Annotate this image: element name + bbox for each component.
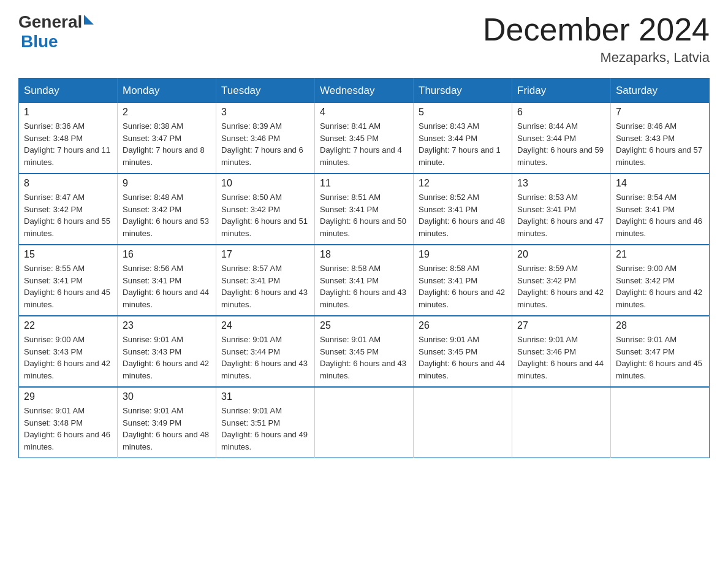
sunrise-label: Sunrise: 8:48 AM [123,193,183,202]
daylight-label: Daylight: 7 hours and 6 minutes. [221,145,303,167]
sunrise-label: Sunrise: 9:00 AM [24,335,85,344]
month-title: December 2024 [483,12,710,47]
sunrise-label: Sunrise: 8:54 AM [616,193,677,202]
sunrise-label: Sunrise: 8:55 AM [24,264,85,273]
daylight-label: Daylight: 6 hours and 55 minutes. [24,216,110,238]
sunrise-label: Sunrise: 8:43 AM [419,121,479,131]
sunrise-label: Sunrise: 9:01 AM [221,335,282,344]
calendar-week-row: 15 Sunrise: 8:55 AM Sunset: 3:41 PM Dayl… [19,245,710,316]
sunset-label: Sunset: 3:44 PM [517,134,576,143]
sunset-label: Sunset: 3:51 PM [221,418,280,427]
logo: General Blue [18,12,94,52]
sunset-label: Sunset: 3:42 PM [221,205,280,214]
calendar-week-row: 22 Sunrise: 9:00 AM Sunset: 3:43 PM Dayl… [19,316,710,387]
day-number: 7 [616,107,704,118]
sunset-label: Sunset: 3:41 PM [419,276,477,285]
daylight-label: Daylight: 6 hours and 50 minutes. [320,216,406,238]
table-row: 10 Sunrise: 8:50 AM Sunset: 3:42 PM Dayl… [216,174,315,245]
day-info: Sunrise: 8:52 AM Sunset: 3:41 PM Dayligh… [419,191,507,239]
day-info: Sunrise: 8:50 AM Sunset: 3:42 PM Dayligh… [221,191,309,239]
day-info: Sunrise: 9:01 AM Sunset: 3:43 PM Dayligh… [123,334,211,381]
daylight-label: Daylight: 6 hours and 43 minutes. [221,359,308,380]
col-sunday: Sunday [19,79,118,104]
day-info: Sunrise: 8:47 AM Sunset: 3:42 PM Dayligh… [24,191,112,239]
sunset-label: Sunset: 3:41 PM [123,276,181,285]
sunrise-label: Sunrise: 9:01 AM [221,406,282,415]
sunset-label: Sunset: 3:43 PM [24,347,83,356]
day-info: Sunrise: 8:57 AM Sunset: 3:41 PM Dayligh… [221,262,309,310]
sunset-label: Sunset: 3:41 PM [221,276,280,285]
sunset-label: Sunset: 3:41 PM [320,205,379,214]
sunset-label: Sunset: 3:44 PM [419,134,477,143]
day-info: Sunrise: 9:01 AM Sunset: 3:46 PM Dayligh… [517,334,605,381]
table-row: 29 Sunrise: 9:01 AM Sunset: 3:48 PM Dayl… [19,387,118,458]
day-number: 16 [123,249,211,260]
sunset-label: Sunset: 3:41 PM [616,205,675,214]
sunrise-label: Sunrise: 8:59 AM [517,264,578,273]
logo-blue-text: Blue [21,32,58,51]
sunrise-label: Sunrise: 9:01 AM [419,335,479,344]
day-info: Sunrise: 8:51 AM Sunset: 3:41 PM Dayligh… [320,191,408,239]
day-info: Sunrise: 8:54 AM Sunset: 3:41 PM Dayligh… [616,191,704,239]
sunset-label: Sunset: 3:46 PM [517,347,576,356]
sunrise-label: Sunrise: 8:52 AM [419,193,479,202]
table-row: 5 Sunrise: 8:43 AM Sunset: 3:44 PM Dayli… [414,103,512,174]
daylight-label: Daylight: 6 hours and 42 minutes. [517,288,604,309]
daylight-label: Daylight: 6 hours and 57 minutes. [616,145,702,167]
table-row: 8 Sunrise: 8:47 AM Sunset: 3:42 PM Dayli… [19,174,118,245]
day-info: Sunrise: 8:39 AM Sunset: 3:46 PM Dayligh… [221,120,309,168]
table-row [414,387,512,458]
daylight-label: Daylight: 6 hours and 43 minutes. [320,288,406,309]
day-info: Sunrise: 9:01 AM Sunset: 3:48 PM Dayligh… [24,405,112,453]
sunset-label: Sunset: 3:41 PM [419,205,477,214]
daylight-label: Daylight: 6 hours and 51 minutes. [221,216,308,238]
day-info: Sunrise: 8:44 AM Sunset: 3:44 PM Dayligh… [517,120,605,168]
daylight-label: Daylight: 6 hours and 45 minutes. [616,359,702,380]
day-info: Sunrise: 8:59 AM Sunset: 3:42 PM Dayligh… [517,262,605,310]
day-info: Sunrise: 8:41 AM Sunset: 3:45 PM Dayligh… [320,120,408,168]
sunrise-label: Sunrise: 8:47 AM [24,193,85,202]
daylight-label: Daylight: 6 hours and 45 minutes. [24,288,110,309]
table-row: 6 Sunrise: 8:44 AM Sunset: 3:44 PM Dayli… [512,103,611,174]
daylight-label: Daylight: 6 hours and 42 minutes. [616,288,702,309]
table-row: 21 Sunrise: 9:00 AM Sunset: 3:42 PM Dayl… [611,245,710,316]
day-number: 27 [517,320,605,331]
sunrise-label: Sunrise: 8:56 AM [123,264,183,273]
day-info: Sunrise: 9:00 AM Sunset: 3:43 PM Dayligh… [24,334,112,381]
table-row: 1 Sunrise: 8:36 AM Sunset: 3:48 PM Dayli… [19,103,118,174]
col-tuesday: Tuesday [216,79,315,104]
table-row: 14 Sunrise: 8:54 AM Sunset: 3:41 PM Dayl… [611,174,710,245]
sunrise-label: Sunrise: 9:00 AM [616,264,677,273]
sunrise-label: Sunrise: 9:01 AM [24,406,85,415]
day-number: 4 [320,107,408,118]
day-number: 19 [419,249,507,260]
day-number: 17 [221,249,309,260]
sunset-label: Sunset: 3:46 PM [221,134,280,143]
day-info: Sunrise: 8:38 AM Sunset: 3:47 PM Dayligh… [123,120,211,168]
day-number: 18 [320,249,408,260]
day-info: Sunrise: 9:00 AM Sunset: 3:42 PM Dayligh… [616,262,704,310]
calendar-week-row: 8 Sunrise: 8:47 AM Sunset: 3:42 PM Dayli… [19,174,710,245]
day-number: 24 [221,320,309,331]
sunset-label: Sunset: 3:45 PM [320,347,379,356]
sunset-label: Sunset: 3:43 PM [616,134,675,143]
sunset-label: Sunset: 3:48 PM [24,134,83,143]
day-number: 13 [517,178,605,189]
title-area: December 2024 Mezaparks, Latvia [483,12,710,66]
daylight-label: Daylight: 7 hours and 1 minute. [419,145,501,167]
day-number: 10 [221,178,309,189]
day-info: Sunrise: 9:01 AM Sunset: 3:45 PM Dayligh… [419,334,507,381]
table-row: 24 Sunrise: 9:01 AM Sunset: 3:44 PM Dayl… [216,316,315,387]
sunrise-label: Sunrise: 9:01 AM [123,335,183,344]
logo-general-text: General [18,12,82,32]
table-row: 30 Sunrise: 9:01 AM Sunset: 3:49 PM Dayl… [118,387,216,458]
table-row [512,387,611,458]
daylight-label: Daylight: 6 hours and 46 minutes. [24,430,110,451]
calendar-table: Sunday Monday Tuesday Wednesday Thursday… [18,78,710,458]
sunset-label: Sunset: 3:41 PM [24,276,83,285]
table-row: 25 Sunrise: 9:01 AM Sunset: 3:45 PM Dayl… [315,316,414,387]
sunrise-label: Sunrise: 9:01 AM [517,335,578,344]
col-saturday: Saturday [611,79,710,104]
day-info: Sunrise: 8:48 AM Sunset: 3:42 PM Dayligh… [123,191,211,239]
day-info: Sunrise: 9:01 AM Sunset: 3:45 PM Dayligh… [320,334,408,381]
